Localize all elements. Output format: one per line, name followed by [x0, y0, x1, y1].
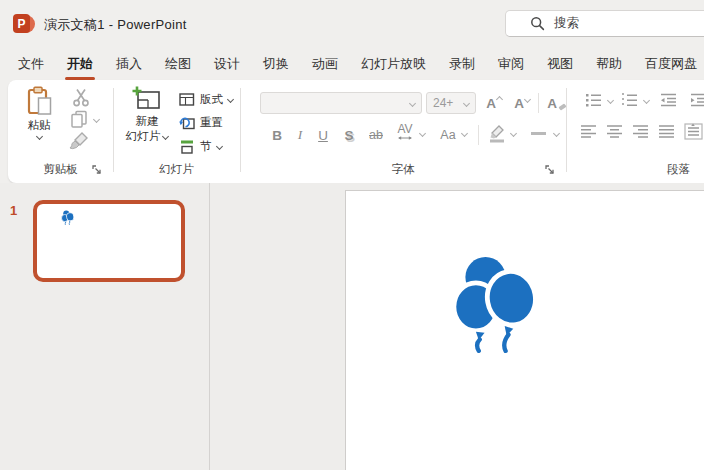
clipboard-dialog-launcher-icon[interactable]: [92, 165, 102, 175]
tab-review[interactable]: 审阅: [498, 55, 524, 73]
copy-icon[interactable]: [70, 110, 88, 128]
copy-dropdown-chevron-icon[interactable]: [93, 116, 100, 123]
decrease-caret-icon: [524, 95, 531, 102]
reset-button[interactable]: 重置: [179, 112, 223, 132]
paste-label: 粘贴: [28, 119, 51, 132]
increase-font-size-label: A: [486, 96, 496, 111]
balloons-image[interactable]: [451, 253, 543, 353]
tab-draw[interactable]: 绘图: [165, 55, 191, 73]
strikethrough-button[interactable]: ab: [364, 124, 388, 146]
italic-label: I: [298, 127, 303, 143]
ribbon-tab-row: 文件 开始 插入 绘图 设计 切换 动画 幻灯片放映 录制 审阅 视图 帮助 百…: [0, 48, 704, 80]
text-shadow-button[interactable]: S: [340, 124, 358, 146]
character-spacing-label: AV: [397, 124, 412, 135]
slide-number: 1: [10, 203, 17, 218]
slide-canvas[interactable]: [345, 190, 704, 470]
thumbnail-balloons-icon: [61, 210, 75, 225]
change-case-button[interactable]: Aa: [436, 124, 460, 146]
tab-animations[interactable]: 动画: [312, 55, 338, 73]
workspace: 1: [0, 183, 704, 470]
new-slide-button[interactable]: 新建 幻灯片: [120, 86, 174, 143]
tab-baidu-netdisk[interactable]: 百度网盘: [645, 55, 697, 73]
layout-chevron-icon: [227, 95, 234, 102]
font-name-combobox[interactable]: [260, 92, 422, 114]
new-slide-icon: [132, 86, 162, 113]
numbering-chevron-icon: [643, 97, 650, 104]
clear-formatting-label: A: [547, 96, 557, 111]
highlight-color-button[interactable]: [488, 124, 507, 143]
tab-file[interactable]: 文件: [18, 55, 44, 73]
font-group-label: 字体: [240, 162, 566, 177]
spacing-arrows-icon: [398, 135, 412, 141]
increase-indent-icon[interactable]: [690, 92, 704, 108]
search-icon: [530, 16, 545, 31]
section-label: 节: [200, 139, 212, 154]
slide-thumbnail-panel[interactable]: 1: [0, 183, 210, 470]
slide-1-thumbnail[interactable]: [33, 200, 185, 282]
app-icon-letter: P: [13, 14, 30, 33]
paste-clipboard-icon: [25, 86, 53, 117]
decrease-font-size-button[interactable]: A: [510, 92, 534, 114]
layout-icon: [179, 92, 195, 107]
paragraph-group-label: 段落: [566, 162, 704, 177]
bold-button[interactable]: B: [268, 124, 286, 146]
tab-design[interactable]: 设计: [214, 55, 240, 73]
tab-help[interactable]: 帮助: [596, 55, 622, 73]
layout-button[interactable]: 版式: [179, 89, 233, 109]
italic-button[interactable]: I: [292, 124, 308, 146]
tab-transitions[interactable]: 切换: [263, 55, 289, 73]
font-size-combobox[interactable]: 24+: [426, 92, 476, 114]
powerpoint-app-icon: P: [13, 13, 35, 34]
decrease-font-size-label: A: [514, 96, 524, 111]
section-chevron-icon: [215, 142, 222, 149]
align-right-icon[interactable]: [632, 124, 649, 139]
font-name-chevron-icon: [409, 99, 416, 106]
slides-group: 新建 幻灯片 版式: [113, 80, 240, 183]
reset-icon: [179, 115, 195, 130]
change-case-label: Aa: [440, 128, 455, 142]
change-case-chevron-icon: [461, 130, 468, 137]
decrease-indent-icon[interactable]: [660, 92, 677, 108]
underline-button[interactable]: U: [314, 124, 332, 146]
document-title: 演示文稿1 - PowerPoint: [44, 16, 187, 34]
new-slide-label-line2: 幻灯片: [126, 130, 161, 143]
ribbon: 粘贴: [8, 80, 704, 183]
character-spacing-button[interactable]: AV: [392, 121, 418, 143]
text-shadow-label: S: [344, 128, 353, 143]
numbering-icon[interactable]: [621, 92, 638, 108]
font-dialog-launcher-icon[interactable]: [545, 165, 555, 175]
format-painter-icon[interactable]: [69, 132, 90, 151]
font-size-chevron-icon: [463, 99, 470, 106]
search-box[interactable]: 搜索: [505, 10, 704, 37]
bullets-icon[interactable]: [585, 92, 602, 108]
paragraph-group: 段落: [566, 80, 704, 183]
bold-label: B: [272, 128, 282, 143]
increase-font-size-button[interactable]: A: [482, 92, 506, 114]
reset-label: 重置: [200, 115, 223, 130]
align-left-icon[interactable]: [580, 124, 597, 139]
tab-slideshow[interactable]: 幻灯片放映: [361, 55, 426, 73]
font-size-value: 24+: [433, 96, 453, 110]
highlighter-icon: [488, 124, 507, 143]
font-color-button[interactable]: [528, 122, 548, 144]
tab-record[interactable]: 录制: [449, 55, 475, 73]
new-slide-label-line1: 新建: [136, 115, 159, 128]
tab-view[interactable]: 视图: [547, 55, 573, 73]
align-center-icon[interactable]: [606, 124, 623, 139]
justify-icon[interactable]: [658, 124, 675, 139]
new-slide-chevron-icon: [162, 133, 169, 140]
title-bar: P 演示文稿1 - PowerPoint 搜索: [0, 0, 704, 48]
slides-group-label: 幻灯片: [113, 162, 240, 177]
paste-button[interactable]: 粘贴: [16, 86, 62, 139]
columns-icon[interactable]: [684, 123, 703, 140]
section-button[interactable]: 节: [179, 136, 222, 156]
font-color-chevron-icon: [553, 130, 560, 137]
separator: [478, 125, 479, 145]
highlight-chevron-icon: [510, 130, 517, 137]
tab-insert[interactable]: 插入: [116, 55, 142, 73]
paste-dropdown-chevron-icon[interactable]: [35, 133, 42, 140]
tab-home[interactable]: 开始: [67, 55, 93, 73]
powerpoint-window: P 演示文稿1 - PowerPoint 搜索 文件 开始 插入 绘图 设计 切…: [0, 0, 704, 470]
clipboard-group: 粘贴: [8, 80, 113, 183]
cut-icon[interactable]: [72, 88, 90, 107]
